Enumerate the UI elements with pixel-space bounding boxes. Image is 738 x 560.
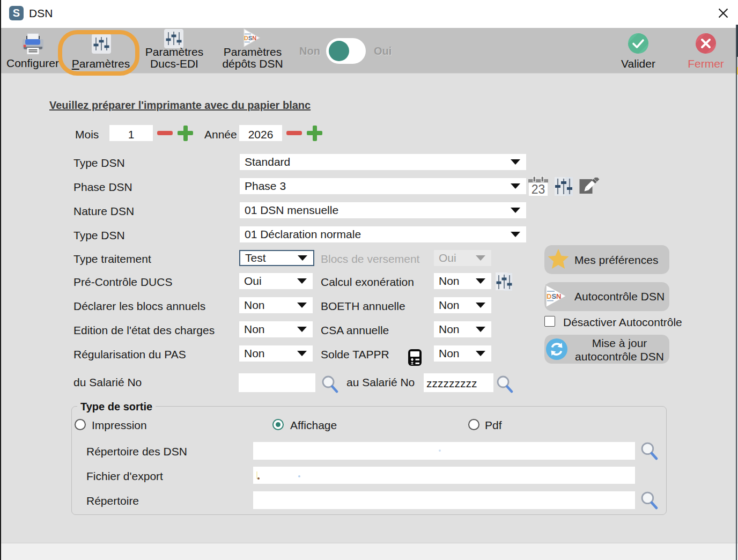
svg-text:DSN: DSN [547, 292, 561, 300]
svg-text:23: 23 [532, 182, 545, 196]
svg-text:DSN: DSN [244, 35, 256, 41]
